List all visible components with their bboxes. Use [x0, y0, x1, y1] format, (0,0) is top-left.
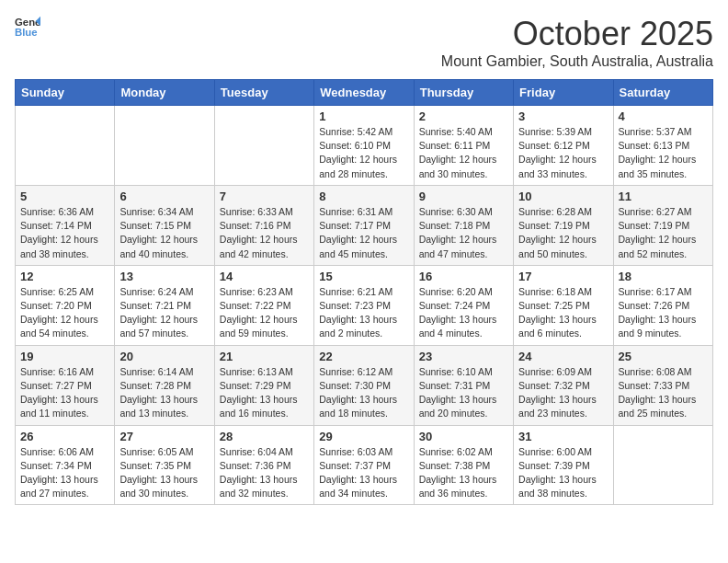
- day-info: Sunrise: 5:42 AMSunset: 6:10 PMDaylight:…: [319, 125, 408, 181]
- day-number: 2: [419, 109, 508, 123]
- day-cell: 11Sunrise: 6:27 AMSunset: 7:19 PMDayligh…: [613, 185, 712, 265]
- day-info: Sunrise: 6:13 AMSunset: 7:29 PMDaylight:…: [220, 365, 309, 421]
- day-info: Sunrise: 6:25 AMSunset: 7:20 PMDaylight:…: [20, 285, 109, 341]
- day-info: Sunrise: 6:23 AMSunset: 7:22 PMDaylight:…: [220, 285, 309, 341]
- day-cell: 31Sunrise: 6:00 AMSunset: 7:39 PMDayligh…: [514, 425, 613, 505]
- day-info: Sunrise: 6:08 AMSunset: 7:33 PMDaylight:…: [619, 365, 708, 421]
- day-info: Sunrise: 6:20 AMSunset: 7:24 PMDaylight:…: [419, 285, 508, 341]
- day-info: Sunrise: 6:09 AMSunset: 7:32 PMDaylight:…: [518, 365, 608, 421]
- day-cell: 14Sunrise: 6:23 AMSunset: 7:22 PMDayligh…: [214, 265, 313, 345]
- weekday-header-row: SundayMondayTuesdayWednesdayThursdayFrid…: [16, 80, 713, 106]
- day-info: Sunrise: 6:21 AMSunset: 7:23 PMDaylight:…: [319, 285, 408, 341]
- day-number: 17: [518, 270, 608, 283]
- week-row-5: 26Sunrise: 6:06 AMSunset: 7:34 PMDayligh…: [16, 425, 713, 505]
- day-cell: [613, 425, 712, 505]
- weekday-header-saturday: Saturday: [613, 80, 712, 106]
- day-info: Sunrise: 6:04 AMSunset: 7:36 PMDaylight:…: [220, 445, 309, 501]
- page-header: General Blue October 2025 Mount Gambier,…: [15, 15, 713, 70]
- day-cell: 19Sunrise: 6:16 AMSunset: 7:27 PMDayligh…: [16, 345, 115, 425]
- day-cell: 28Sunrise: 6:04 AMSunset: 7:36 PMDayligh…: [214, 425, 313, 505]
- day-number: 22: [319, 350, 408, 363]
- day-cell: 5Sunrise: 6:36 AMSunset: 7:14 PMDaylight…: [16, 185, 115, 265]
- day-number: 11: [619, 190, 708, 203]
- week-row-4: 19Sunrise: 6:16 AMSunset: 7:27 PMDayligh…: [16, 345, 713, 425]
- calendar-table: SundayMondayTuesdayWednesdayThursdayFrid…: [15, 79, 713, 505]
- week-row-1: 1Sunrise: 5:42 AMSunset: 6:10 PMDaylight…: [16, 106, 713, 186]
- day-info: Sunrise: 6:03 AMSunset: 7:37 PMDaylight:…: [319, 445, 408, 501]
- day-cell: 3Sunrise: 5:39 AMSunset: 6:12 PMDaylight…: [514, 106, 613, 186]
- day-info: Sunrise: 6:14 AMSunset: 7:28 PMDaylight:…: [119, 365, 209, 421]
- day-cell: 29Sunrise: 6:03 AMSunset: 7:37 PMDayligh…: [314, 425, 414, 505]
- logo: General Blue: [15, 15, 40, 40]
- day-cell: 16Sunrise: 6:20 AMSunset: 7:24 PMDayligh…: [414, 265, 513, 345]
- day-cell: [115, 106, 214, 186]
- day-cell: 4Sunrise: 5:37 AMSunset: 6:13 PMDaylight…: [613, 106, 712, 186]
- weekday-header-friday: Friday: [514, 80, 613, 106]
- day-cell: 20Sunrise: 6:14 AMSunset: 7:28 PMDayligh…: [115, 345, 214, 425]
- day-info: Sunrise: 6:30 AMSunset: 7:18 PMDaylight:…: [419, 205, 508, 261]
- weekday-header-thursday: Thursday: [414, 80, 513, 106]
- day-cell: 15Sunrise: 6:21 AMSunset: 7:23 PMDayligh…: [314, 265, 414, 345]
- day-number: 7: [220, 190, 309, 203]
- weekday-header-monday: Monday: [115, 80, 214, 106]
- day-info: Sunrise: 5:37 AMSunset: 6:13 PMDaylight:…: [619, 125, 708, 181]
- weekday-header-tuesday: Tuesday: [214, 80, 313, 106]
- day-info: Sunrise: 6:33 AMSunset: 7:16 PMDaylight:…: [220, 205, 309, 261]
- weekday-header-wednesday: Wednesday: [314, 80, 414, 106]
- day-cell: 8Sunrise: 6:31 AMSunset: 7:17 PMDaylight…: [314, 185, 414, 265]
- day-info: Sunrise: 6:34 AMSunset: 7:15 PMDaylight:…: [119, 205, 209, 261]
- day-number: 30: [419, 430, 508, 443]
- day-info: Sunrise: 6:24 AMSunset: 7:21 PMDaylight:…: [119, 285, 209, 341]
- day-number: 26: [20, 430, 109, 443]
- day-info: Sunrise: 6:28 AMSunset: 7:19 PMDaylight:…: [518, 205, 608, 261]
- day-cell: 18Sunrise: 6:17 AMSunset: 7:26 PMDayligh…: [613, 265, 712, 345]
- day-cell: 2Sunrise: 5:40 AMSunset: 6:11 PMDaylight…: [414, 106, 513, 186]
- week-row-3: 12Sunrise: 6:25 AMSunset: 7:20 PMDayligh…: [16, 265, 713, 345]
- day-number: 1: [319, 109, 408, 123]
- day-number: 21: [220, 350, 309, 363]
- week-row-2: 5Sunrise: 6:36 AMSunset: 7:14 PMDaylight…: [16, 185, 713, 265]
- day-cell: 30Sunrise: 6:02 AMSunset: 7:38 PMDayligh…: [414, 425, 513, 505]
- day-info: Sunrise: 5:40 AMSunset: 6:11 PMDaylight:…: [419, 125, 508, 181]
- day-cell: 27Sunrise: 6:05 AMSunset: 7:35 PMDayligh…: [115, 425, 214, 505]
- day-cell: 1Sunrise: 5:42 AMSunset: 6:10 PMDaylight…: [314, 106, 414, 186]
- day-number: 5: [20, 190, 109, 203]
- weekday-header-sunday: Sunday: [16, 80, 115, 106]
- day-cell: 7Sunrise: 6:33 AMSunset: 7:16 PMDaylight…: [214, 185, 313, 265]
- day-number: 25: [619, 350, 708, 363]
- day-info: Sunrise: 6:05 AMSunset: 7:35 PMDaylight:…: [119, 445, 209, 501]
- day-number: 23: [419, 350, 508, 363]
- day-cell: 13Sunrise: 6:24 AMSunset: 7:21 PMDayligh…: [115, 265, 214, 345]
- day-info: Sunrise: 6:31 AMSunset: 7:17 PMDaylight:…: [319, 205, 408, 261]
- day-number: 10: [518, 190, 608, 203]
- day-cell: 24Sunrise: 6:09 AMSunset: 7:32 PMDayligh…: [514, 345, 613, 425]
- day-number: 31: [518, 430, 608, 443]
- day-number: 24: [518, 350, 608, 363]
- day-number: 14: [220, 270, 309, 283]
- day-cell: 22Sunrise: 6:12 AMSunset: 7:30 PMDayligh…: [314, 345, 414, 425]
- day-info: Sunrise: 6:10 AMSunset: 7:31 PMDaylight:…: [419, 365, 508, 421]
- day-info: Sunrise: 6:16 AMSunset: 7:27 PMDaylight:…: [20, 365, 109, 421]
- day-info: Sunrise: 6:12 AMSunset: 7:30 PMDaylight:…: [319, 365, 408, 421]
- day-info: Sunrise: 6:06 AMSunset: 7:34 PMDaylight:…: [20, 445, 109, 501]
- day-number: 28: [220, 430, 309, 443]
- day-cell: 6Sunrise: 6:34 AMSunset: 7:15 PMDaylight…: [115, 185, 214, 265]
- day-number: 16: [419, 270, 508, 283]
- day-info: Sunrise: 6:18 AMSunset: 7:25 PMDaylight:…: [518, 285, 608, 341]
- day-cell: 25Sunrise: 6:08 AMSunset: 7:33 PMDayligh…: [613, 345, 712, 425]
- location-title: Mount Gambier, South Australia, Australi…: [441, 53, 713, 70]
- day-info: Sunrise: 6:02 AMSunset: 7:38 PMDaylight:…: [419, 445, 508, 501]
- logo-icon: General Blue: [15, 15, 40, 40]
- day-number: 15: [319, 270, 408, 283]
- day-cell: 9Sunrise: 6:30 AMSunset: 7:18 PMDaylight…: [414, 185, 513, 265]
- svg-text:Blue: Blue: [15, 27, 38, 38]
- day-number: 20: [119, 350, 209, 363]
- day-number: 27: [119, 430, 209, 443]
- day-cell: 23Sunrise: 6:10 AMSunset: 7:31 PMDayligh…: [414, 345, 513, 425]
- title-area: October 2025 Mount Gambier, South Austra…: [441, 15, 713, 70]
- day-number: 12: [20, 270, 109, 283]
- day-cell: 26Sunrise: 6:06 AMSunset: 7:34 PMDayligh…: [16, 425, 115, 505]
- day-number: 8: [319, 190, 408, 203]
- day-number: 4: [619, 109, 708, 123]
- day-info: Sunrise: 6:36 AMSunset: 7:14 PMDaylight:…: [20, 205, 109, 261]
